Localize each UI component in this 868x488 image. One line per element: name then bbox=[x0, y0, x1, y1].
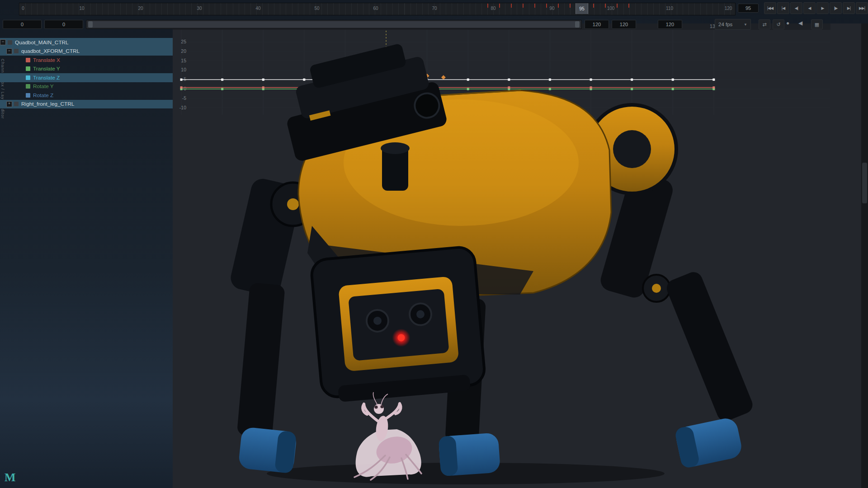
keyframe-tick[interactable] bbox=[617, 4, 618, 8]
go-to-start-button[interactable]: |◀◀ bbox=[764, 2, 776, 14]
go-to-end-button[interactable]: ▶▶| bbox=[856, 2, 868, 14]
fps-dropdown[interactable]: 24 fps ▼ bbox=[715, 19, 751, 30]
keyframe-tick[interactable] bbox=[546, 4, 547, 8]
anim-prefs-icon[interactable]: ▦ bbox=[811, 19, 823, 29]
channel-label: Translate Y bbox=[33, 66, 60, 72]
time-tick-label: 100 bbox=[607, 6, 615, 11]
playback-controls: |◀◀|◀◀|◀▶|▶▶|▶▶| bbox=[764, 2, 868, 14]
current-frame-field[interactable] bbox=[738, 4, 759, 13]
channel-label: Right_front_leg_CTRL bbox=[21, 101, 74, 107]
keyframe-tick[interactable] bbox=[570, 4, 571, 8]
channel-color-chip bbox=[26, 84, 30, 89]
channel-color-chip bbox=[14, 102, 19, 106]
curve-channel-row[interactable]: Translate X bbox=[0, 56, 173, 65]
curve-channel-row[interactable]: − quadbot_XFORM_CTRL bbox=[0, 47, 173, 56]
time-tick-label: 90 bbox=[549, 6, 554, 11]
channel-color-chip bbox=[26, 66, 30, 71]
play-backwards-button[interactable]: ◀ bbox=[803, 2, 816, 14]
svg-text:-5: -5 bbox=[182, 95, 186, 101]
anim-end-field[interactable] bbox=[658, 20, 682, 29]
range-slider[interactable] bbox=[86, 20, 582, 29]
svg-text:20: 20 bbox=[181, 48, 186, 54]
step-forward-frame-button[interactable]: |▶ bbox=[830, 2, 842, 14]
time-tick-label: 70 bbox=[432, 6, 437, 11]
range-end-field[interactable] bbox=[585, 20, 609, 29]
expand-toggle-icon[interactable]: + bbox=[6, 101, 12, 107]
time-tick-label: 120 bbox=[725, 6, 732, 11]
loop-icon[interactable]: ↺ bbox=[773, 19, 784, 29]
curve-graph-area[interactable]: 2520151050-5-107075808590951001051101151… bbox=[173, 23, 861, 488]
expand-toggle-icon[interactable]: − bbox=[0, 39, 6, 45]
time-tick-label: 20 bbox=[138, 6, 143, 11]
time-tick-label: 10 bbox=[79, 6, 84, 11]
svg-text:10: 10 bbox=[181, 67, 186, 72]
range-handle-left[interactable] bbox=[88, 21, 93, 28]
step-back-frame-button[interactable]: ◀| bbox=[790, 2, 802, 14]
svg-text:0: 0 bbox=[184, 86, 186, 91]
time-slider[interactable]: 010203040506070809010011012095 bbox=[19, 3, 736, 15]
time-tick-label: 0 bbox=[22, 6, 24, 11]
time-tick-label: 80 bbox=[491, 6, 495, 11]
time-tick-label: 40 bbox=[255, 6, 260, 11]
keyframe-tick[interactable] bbox=[628, 4, 629, 8]
time-tick-label: 30 bbox=[197, 6, 202, 11]
animation-curves-plot: 2520151050-5-107075808590951001051101151… bbox=[173, 23, 830, 115]
channel-color-chip bbox=[14, 49, 19, 53]
keyframe-tick[interactable] bbox=[605, 4, 606, 8]
channel-color-chip bbox=[26, 75, 30, 80]
graph-vertical-scrollbar[interactable] bbox=[861, 23, 868, 488]
time-tick-label: 110 bbox=[666, 6, 673, 11]
step-back-key-button[interactable]: |◀ bbox=[777, 2, 789, 14]
svg-text:25: 25 bbox=[181, 39, 186, 44]
range-end-field[interactable] bbox=[612, 20, 636, 29]
range-start-field[interactable] bbox=[3, 20, 42, 29]
curve-channel-row[interactable]: Translate Z bbox=[0, 73, 173, 82]
svg-text:15: 15 bbox=[181, 58, 186, 63]
channel-label: quadbot_XFORM_CTRL bbox=[21, 48, 80, 54]
channel-label: Rotate Y bbox=[33, 83, 54, 89]
sound-icon[interactable]: ◀ bbox=[798, 20, 809, 29]
keyframe-tick[interactable] bbox=[534, 4, 535, 8]
expand-toggle-icon[interactable]: − bbox=[6, 48, 12, 54]
curve-channel-row[interactable]: + Right_front_leg_CTRL bbox=[0, 100, 173, 109]
keyframe-tick[interactable] bbox=[487, 4, 488, 8]
keyframe-tick[interactable] bbox=[499, 4, 500, 8]
channel-color-chip bbox=[26, 58, 30, 62]
current-time-marker[interactable]: 95 bbox=[576, 3, 588, 14]
curve-channel-row[interactable]: Translate Y bbox=[0, 65, 173, 74]
channel-color-chip bbox=[8, 40, 12, 45]
svg-text:5: 5 bbox=[184, 76, 186, 82]
keyframe-tick[interactable] bbox=[593, 4, 594, 8]
step-forward-key-button[interactable]: ▶| bbox=[843, 2, 855, 14]
channel-label: Quadbot_MAIN_CTRL bbox=[15, 39, 69, 46]
range-start-field[interactable] bbox=[44, 20, 83, 29]
time-tick-label: 60 bbox=[373, 6, 378, 11]
curve-channel-row[interactable]: − Quadbot_MAIN_CTRL bbox=[0, 38, 173, 47]
play-forward-button[interactable]: ▶ bbox=[816, 2, 829, 14]
channel-label: Translate Z bbox=[33, 75, 60, 81]
svg-text:-10: -10 bbox=[179, 105, 186, 110]
playback-speed-icon[interactable]: ⇄ bbox=[759, 19, 770, 29]
chevron-down-icon: ▼ bbox=[744, 23, 747, 27]
keyframe-tick[interactable] bbox=[511, 4, 512, 8]
curve-channel-row[interactable]: Rotate Z bbox=[0, 91, 173, 100]
keyframe-tick[interactable] bbox=[523, 4, 524, 8]
auto-key-icon[interactable]: ● bbox=[786, 20, 797, 29]
channel-color-chip bbox=[26, 93, 30, 98]
curve-channel-row[interactable]: Rotate Y bbox=[0, 82, 173, 91]
channel-label: Translate X bbox=[33, 57, 60, 63]
range-handle-right[interactable] bbox=[575, 21, 580, 28]
graph-editor-outliner: − Quadbot_MAIN_CTRL − quadbot_XFORM_CTRL… bbox=[0, 38, 173, 488]
channel-label: Rotate Z bbox=[33, 92, 53, 99]
range-slider-row: 24 fps ▼ ⇄ ↺ ● ◀ ▦ bbox=[0, 17, 868, 32]
time-tick-label: 50 bbox=[314, 6, 319, 11]
keyframe-tick[interactable] bbox=[558, 4, 559, 8]
